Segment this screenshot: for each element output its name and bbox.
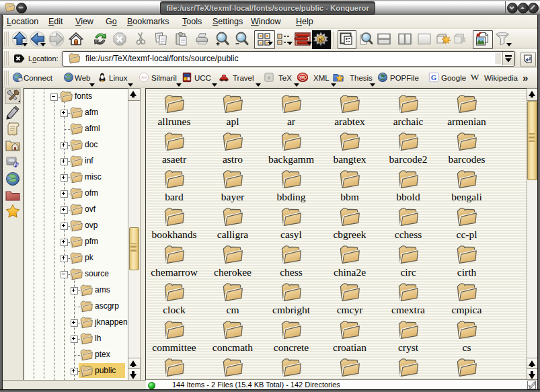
svg-text:K: K xyxy=(319,36,323,43)
svg-text:G: G xyxy=(431,74,436,81)
svg-text:W: W xyxy=(471,72,479,82)
svg-text:XML: XML xyxy=(299,76,306,79)
svg-text:T: T xyxy=(268,75,271,81)
svg-text:Ani: Ani xyxy=(141,75,147,79)
